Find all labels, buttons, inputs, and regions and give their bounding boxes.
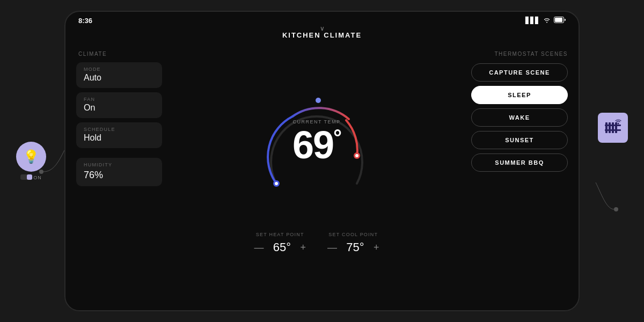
heat-controls: — 65° + — [254, 240, 306, 254]
svg-rect-6 — [605, 125, 621, 126]
status-time: 8:36 — [78, 17, 92, 25]
cool-plus-button[interactable]: + — [374, 242, 379, 253]
mode-card[interactable]: MODE Auto — [76, 62, 162, 88]
svg-rect-4 — [612, 122, 614, 133]
current-temp-display: CURRENT TEMP 69° — [292, 119, 341, 164]
climate-panel: CLIMATE MODE Auto FAN On SCHEDULE Hold H… — [76, 46, 162, 285]
current-temp-value: 69° — [292, 123, 341, 166]
heat-label: SET HEAT POINT — [256, 232, 304, 237]
humidity-label: HUMIDITY — [84, 162, 155, 167]
heat-plus-button[interactable]: + — [300, 242, 306, 253]
page-title: KITCHEN CLIMATE — [282, 31, 362, 39]
svg-rect-7 — [605, 129, 621, 131]
climate-section-label: CLIMATE — [76, 51, 162, 57]
cool-set-point: SET COOL POINT — 75° + — [327, 232, 379, 254]
fan-label: FAN — [84, 97, 155, 102]
svg-point-8 — [618, 123, 619, 125]
scene-sunset-button[interactable]: SUNSET — [471, 131, 568, 149]
mode-value: Auto — [84, 73, 155, 83]
schedule-label: SCHEDULE — [84, 127, 155, 132]
chevron-down-icon[interactable]: ∨ — [320, 25, 325, 32]
cool-controls: — 75° + — [327, 240, 379, 254]
humidity-card: HUMIDITY 76% — [76, 158, 162, 186]
set-points-row: SET HEAT POINT — 65° + SET COOL POINT — … — [254, 232, 379, 254]
cool-label: SET COOL POINT — [328, 232, 378, 237]
left-device-widget[interactable]: 💡 ON — [16, 142, 46, 180]
right-device-widget[interactable] — [598, 113, 628, 143]
scene-capture-button[interactable]: CAPTURE SCENE — [471, 63, 568, 82]
left-device-label: ON — [33, 175, 42, 180]
thermostat-dial[interactable]: CURRENT TEMP 69° — [247, 76, 386, 216]
cool-minus-button[interactable]: — — [327, 242, 337, 253]
status-icons: ▋▋▋ — [525, 17, 566, 25]
scene-summer-bbq-button[interactable]: SUMMER BBQ — [471, 153, 568, 172]
battery-icon — [554, 17, 566, 25]
scenes-panel: THERMOSTAT SCENES CAPTURE SCENE SLEEP WA… — [471, 46, 568, 285]
cool-value: 75° — [345, 240, 366, 254]
svg-point-1 — [614, 207, 618, 211]
svg-rect-2 — [605, 122, 608, 133]
schedule-value: Hold — [84, 133, 155, 143]
scenes-section-label: THERMOSTAT SCENES — [471, 51, 568, 57]
scene-sleep-button[interactable]: SLEEP — [471, 86, 568, 104]
main-content: CLIMATE MODE Auto FAN On SCHEDULE Hold H… — [65, 46, 579, 296]
radiator-icon-box — [598, 113, 628, 143]
svg-rect-10 — [555, 18, 562, 22]
svg-rect-3 — [609, 122, 611, 133]
bulb-icon-circle: 💡 — [16, 142, 46, 172]
schedule-card[interactable]: SCHEDULE Hold — [76, 122, 162, 148]
heat-set-point: SET HEAT POINT — 65° + — [254, 232, 306, 254]
signal-icon: ▋▋▋ — [525, 17, 540, 24]
tablet-device: 8:36 ▋▋▋ ∨ KITCHEN CLIMATE CLIMATE MODE … — [64, 11, 580, 311]
humidity-value: 76% — [84, 170, 155, 181]
svg-point-15 — [316, 98, 321, 103]
heat-value: 65° — [271, 240, 292, 254]
fan-card[interactable]: FAN On — [76, 92, 162, 118]
heat-minus-button[interactable]: — — [254, 242, 264, 253]
svg-point-12 — [275, 182, 278, 185]
wifi-icon — [543, 17, 551, 25]
thermostat-panel: CURRENT TEMP 69° SET HEAT POINT — 65° + — [162, 46, 471, 285]
fan-value: On — [84, 103, 155, 113]
svg-point-14 — [355, 154, 358, 157]
scene-wake-button[interactable]: WAKE — [471, 108, 568, 127]
svg-rect-5 — [615, 122, 617, 133]
page-header: ∨ KITCHEN CLIMATE — [65, 29, 579, 46]
mode-label: MODE — [84, 67, 155, 72]
